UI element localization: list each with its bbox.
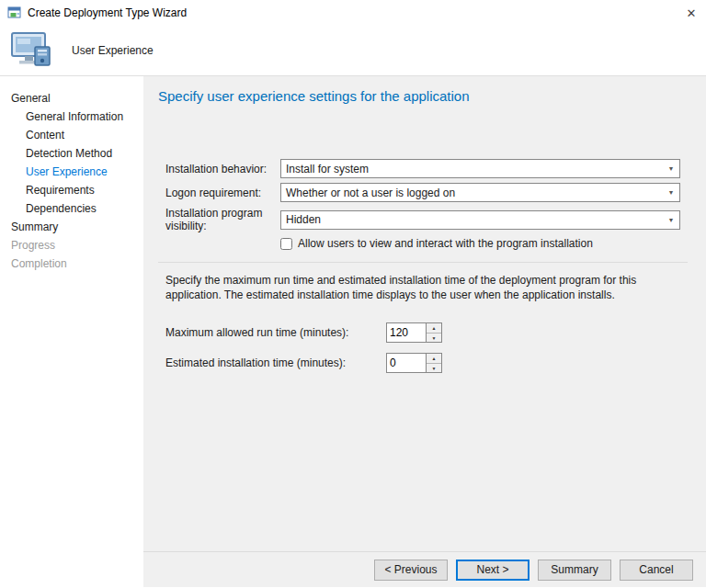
allow-interact-row: Allow users to view and interact with th… (280, 237, 680, 250)
logon-requirement-label: Logon requirement: (165, 187, 280, 199)
estimated-time-input[interactable] (387, 354, 426, 372)
sidebar-item-general-information[interactable]: General Information (0, 107, 143, 126)
sidebar-item-general[interactable]: General (0, 89, 143, 107)
program-visibility-select[interactable]: Hidden ▼ (280, 210, 680, 230)
close-icon: ✕ (687, 6, 697, 20)
cancel-button[interactable]: Cancel (620, 560, 693, 581)
allow-interact-label[interactable]: Allow users to view and interact with th… (298, 237, 593, 250)
logon-requirement-row: Logon requirement: Whether or not a user… (165, 183, 680, 202)
sidebar-item-user-experience[interactable]: User Experience (0, 163, 143, 181)
wizard-page: Specify user experience settings for the… (143, 76, 706, 587)
user-experience-form: Installation behavior: Install for syste… (165, 159, 680, 250)
sidebar-item-requirements[interactable]: Requirements (0, 181, 143, 199)
page-title: User Experience (72, 44, 154, 57)
installation-behavior-select[interactable]: Install for system ▼ (280, 159, 680, 178)
spin-down-button[interactable]: ▼ (427, 364, 441, 373)
chevron-down-icon: ▼ (663, 189, 679, 196)
runtime-note: Specify the maximum run time and estimat… (165, 273, 680, 302)
program-visibility-row: Installation program visibility: Hidden … (165, 207, 680, 232)
title-bar: Create Deployment Type Wizard ✕ (0, 0, 706, 26)
max-run-time-row: Maximum allowed run time (minutes): ▲ ▼ (165, 322, 706, 343)
spin-up-icon: ▲ (432, 356, 437, 361)
runtime-fields: Maximum allowed run time (minutes): ▲ ▼ … (165, 322, 706, 373)
wizard-header: User Experience (0, 26, 706, 76)
section-divider (158, 262, 688, 263)
logon-requirement-select[interactable]: Whether or not a user is logged on ▼ (280, 183, 680, 202)
max-run-time-stepper: ▲ ▼ (386, 322, 442, 343)
sidebar-item-dependencies[interactable]: Dependencies (0, 199, 143, 218)
spin-up-button[interactable]: ▲ (427, 354, 441, 364)
max-run-time-label: Maximum allowed run time (minutes): (165, 326, 386, 339)
spin-up-button[interactable]: ▲ (427, 323, 441, 334)
spin-down-icon: ▼ (432, 335, 437, 341)
installation-behavior-row: Installation behavior: Install for syste… (165, 159, 680, 178)
summary-button[interactable]: Summary (538, 560, 611, 581)
spin-down-icon: ▼ (432, 366, 437, 371)
allow-interact-checkbox[interactable] (280, 238, 292, 250)
wizard-icon (7, 6, 22, 20)
max-run-time-input[interactable] (387, 323, 426, 342)
close-button[interactable]: ✕ (677, 0, 706, 26)
wizard-footer: < Previous Next > Summary Cancel (143, 551, 706, 587)
estimated-time-stepper: ▲ ▼ (386, 353, 442, 373)
previous-button[interactable]: < Previous (374, 560, 448, 581)
estimated-time-row: Estimated installation time (minutes): ▲… (165, 353, 706, 373)
sidebar-item-summary[interactable]: Summary (0, 218, 143, 236)
spin-buttons: ▲ ▼ (426, 354, 441, 372)
sidebar-item-completion: Completion (0, 254, 143, 273)
installation-behavior-label: Installation behavior: (165, 163, 280, 175)
spin-buttons: ▲ ▼ (426, 323, 441, 342)
chevron-down-icon: ▼ (663, 165, 679, 172)
sidebar-item-content[interactable]: Content (0, 126, 143, 144)
page-heading: Specify user experience settings for the… (143, 76, 706, 104)
user-experience-icon (9, 30, 53, 71)
wizard-nav: General General Information Content Dete… (0, 76, 143, 587)
window-title: Create Deployment Type Wizard (28, 6, 187, 19)
next-button[interactable]: Next > (456, 560, 530, 581)
chevron-down-icon: ▼ (663, 217, 679, 223)
logon-requirement-value: Whether or not a user is logged on (281, 187, 663, 199)
program-visibility-value: Hidden (281, 213, 663, 226)
program-visibility-label: Installation program visibility: (165, 207, 280, 232)
installation-behavior-value: Install for system (281, 163, 663, 175)
spin-down-button[interactable]: ▼ (427, 334, 441, 343)
estimated-time-label: Estimated installation time (minutes): (165, 356, 386, 369)
sidebar-item-progress: Progress (0, 236, 143, 254)
spin-up-icon: ▲ (432, 325, 437, 331)
sidebar-item-detection-method[interactable]: Detection Method (0, 144, 143, 163)
